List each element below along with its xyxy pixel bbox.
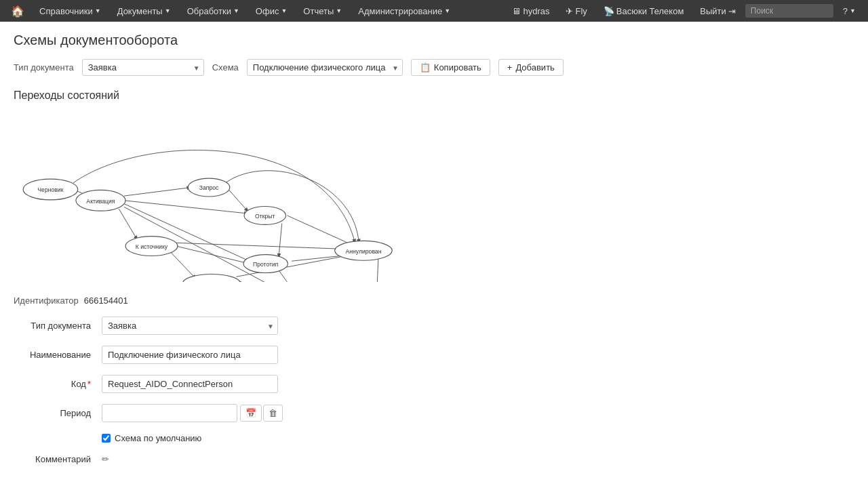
form-code-label: Код [14, 379, 102, 389]
form-name-input[interactable] [102, 346, 278, 364]
chevron-down-icon: ▼ [444, 7, 450, 14]
page-content: Схемы документооборота Тип документа Зая… [0, 22, 868, 486]
form-doc-type-row: Тип документа Заявка ▼ [14, 317, 854, 335]
svg-line-3 [119, 209, 137, 239]
nav-logout[interactable]: Выйти ⇥ [693, 6, 743, 16]
svg-text:Подключается: Подключается [192, 281, 231, 282]
doc-type-select-wrapper: Заявка ▼ [82, 59, 204, 76]
form-comment-row: Комментарий ✏ [14, 454, 854, 464]
svg-text:К источнику: К источнику [136, 243, 168, 250]
monitor-icon: 🖥 [512, 6, 521, 16]
svg-line-8 [171, 253, 196, 279]
chevron-down-icon: ▼ [165, 7, 171, 14]
clear-date-button[interactable]: 🗑 [263, 405, 283, 422]
svg-line-9 [176, 243, 354, 249]
diagram-svg: Черновик Активация Запрос Открыт К источ… [14, 113, 407, 282]
trash-icon: 🗑 [269, 408, 277, 418]
form-doc-type-label: Тип документа [14, 321, 102, 331]
identifier-row: Идентификатор 666154401 [14, 296, 854, 306]
navbar: 🏠 Справочники ▼ Документы ▼ Обработки ▼ … [0, 0, 868, 22]
copy-button[interactable]: 📋 Копировать [411, 59, 490, 76]
edit-icon[interactable]: ✏ [102, 454, 109, 464]
form-name-row: Наименование [14, 346, 854, 364]
home-button[interactable]: 🏠 [5, 5, 30, 18]
state-diagram: Черновик Активация Запрос Открыт К источ… [14, 113, 407, 282]
add-button[interactable]: + Добавить [498, 59, 564, 76]
svg-line-12 [237, 281, 300, 282]
form-name-label: Наименование [14, 350, 102, 360]
svg-text:Активация: Активация [86, 198, 115, 205]
schema-label: Схема [212, 62, 239, 73]
nav-item-office[interactable]: Офис ▼ [249, 0, 294, 22]
svg-text:Запрос: Запрос [199, 184, 219, 191]
info-section: Идентификатор 666154401 Тип документа За… [14, 296, 854, 464]
nav-telecom[interactable]: 📡 Васюки Телеком [597, 6, 691, 16]
copy-icon: 📋 [420, 62, 431, 73]
svg-line-6 [279, 223, 282, 257]
chevron-down-icon: ▼ [850, 7, 856, 14]
search-input[interactable] [745, 4, 833, 18]
form-code-row: Код [14, 375, 854, 393]
schema-select[interactable]: Подключение физического лица [247, 59, 403, 76]
svg-line-2 [124, 201, 248, 214]
calendar-button[interactable]: 📅 [240, 405, 262, 422]
chevron-down-icon: ▼ [95, 7, 101, 14]
doc-type-label: Тип документа [14, 62, 74, 73]
nav-item-documents[interactable]: Документы ▼ [111, 0, 178, 22]
svg-text:Открыт: Открыт [255, 213, 275, 220]
help-button[interactable]: ? ▼ [836, 6, 863, 16]
svg-line-1 [124, 188, 191, 197]
nav-item-processing[interactable]: Обработки ▼ [180, 0, 246, 22]
logout-icon: ⇥ [728, 6, 736, 16]
svg-line-11 [279, 270, 300, 282]
top-toolbar: Тип документа Заявка ▼ Схема Подключение… [14, 59, 854, 76]
form-doc-type-select[interactable]: Заявка [102, 317, 278, 335]
nav-item-reports[interactable]: Отчеты ▼ [296, 0, 349, 22]
form-period-row: Период 📅 🗑 [14, 404, 854, 422]
form-comment-label: Комментарий [14, 454, 102, 464]
svg-line-7 [176, 246, 250, 264]
nav-hydras[interactable]: 🖥 hydras [505, 6, 556, 16]
form-default-schema-row: Схема по умолчанию [102, 433, 854, 443]
calendar-icon: 📅 [245, 408, 256, 418]
chevron-down-icon: ▼ [281, 7, 287, 14]
form-doc-type-select-wrapper: Заявка ▼ [102, 317, 278, 335]
transitions-title: Переходы состояний [14, 89, 854, 102]
nav-fly[interactable]: ✈ Fly [559, 6, 593, 16]
nav-item-references[interactable]: Справочники ▼ [33, 0, 108, 22]
form-period-label: Период [14, 408, 102, 418]
identifier-value: 666154401 [84, 296, 128, 306]
nav-item-admin[interactable]: Администрирование ▼ [351, 0, 457, 22]
svg-text:Аннулирован: Аннулирован [345, 248, 381, 255]
svg-text:Черновик: Черновик [37, 186, 63, 193]
doc-type-select[interactable]: Заявка [82, 59, 204, 76]
plus-icon: + [507, 62, 513, 73]
form-period-input[interactable] [102, 404, 237, 422]
svg-line-4 [229, 189, 248, 211]
svg-line-5 [287, 216, 355, 246]
default-schema-label: Схема по умолчанию [115, 433, 201, 443]
page-title: Схемы документооборота [14, 33, 854, 48]
default-schema-checkbox[interactable] [102, 434, 111, 443]
chevron-down-icon: ▼ [233, 7, 239, 14]
identifier-label: Идентификатор [14, 296, 79, 306]
plane-icon: ✈ [566, 6, 573, 16]
svg-text:Прототип: Прототип [253, 261, 279, 268]
form-code-input[interactable] [102, 375, 278, 393]
antenna-icon: 📡 [604, 6, 614, 16]
chevron-down-icon: ▼ [336, 7, 342, 14]
schema-select-wrapper: Подключение физического лица ▼ [247, 59, 403, 76]
